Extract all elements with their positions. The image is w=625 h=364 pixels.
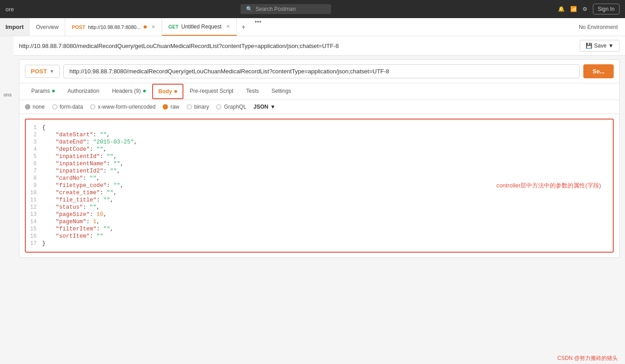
search-icon: 🔍 (246, 6, 253, 12)
code-line: 4 "deptCode": "", (26, 146, 613, 153)
sign-in-button[interactable]: Sign In (593, 4, 620, 14)
radio-urlencoded (90, 104, 96, 110)
tab-post-close[interactable]: ✕ (151, 24, 155, 30)
code-line: 11 "file_title": "", (26, 196, 613, 204)
radio-form-data (52, 104, 58, 110)
top-bar: ore 🔍 Search Postman 🔔 📶 ⚙ Sign In (0, 0, 625, 18)
option-none[interactable]: none (25, 104, 45, 110)
notifications-icon[interactable]: 🔔 (558, 6, 565, 12)
json-format-select[interactable]: JSON ▼ (254, 104, 276, 110)
params-dot (52, 90, 55, 92)
code-line: 2 "dateStart": "", (26, 131, 613, 139)
option-raw[interactable]: raw (163, 104, 179, 110)
option-urlencoded[interactable]: x-www-form-urlencoded (90, 104, 155, 110)
search-placeholder: Search Postman (255, 6, 296, 12)
code-line: 5 "inpatientId": "", (26, 153, 613, 160)
save-icon: 💾 (586, 43, 592, 49)
tab-get[interactable]: GET Untitled Request ✕ (162, 18, 237, 36)
app-name: ore (5, 6, 14, 13)
annotation-text: controller层中方法中的参数的属性(字段) (496, 182, 601, 190)
code-line: 15 "filterItem": "", (26, 225, 613, 233)
tab-add-button[interactable]: + (237, 18, 250, 36)
code-line: 3 "dateEnd": "2015-03-25", (26, 139, 613, 146)
radio-none (25, 104, 30, 110)
code-line: 14 "pageNum": 1, (26, 218, 613, 225)
code-line: 8 "cardNo": "", (26, 175, 613, 182)
code-line: 12 "status": "", (26, 204, 613, 211)
save-button[interactable]: 💾 Save ▼ (580, 40, 620, 52)
code-line: 7 "inpatientId2": "", (26, 168, 613, 175)
req-tab-settings[interactable]: Settings (265, 83, 297, 100)
method-select[interactable]: POST ▼ (25, 65, 60, 78)
option-form-data[interactable]: form-data (52, 104, 83, 110)
radio-binary (187, 104, 192, 110)
tab-overview-label: Overview (36, 24, 58, 30)
footer-text: CSDN @努力搬砖的猪头 (555, 353, 620, 364)
radio-raw (163, 104, 168, 110)
code-line: 10 "create_time": "", (26, 189, 613, 196)
tab-post-dot (144, 25, 147, 29)
req-tab-tests[interactable]: Tests (240, 83, 265, 100)
option-graphql[interactable]: GraphQL (216, 104, 246, 110)
save-chevron-icon: ▼ (608, 43, 614, 49)
no-env-label: No Environment (579, 24, 618, 30)
body-options: none form-data x-www-form-urlencoded raw… (19, 100, 619, 114)
tab-get-label: Untitled Request (181, 24, 221, 30)
code-line: 17} (26, 240, 613, 247)
radio-graphql (216, 104, 221, 110)
left-hint-ons: ons (4, 92, 12, 97)
radio-icon[interactable]: 📶 (570, 6, 577, 12)
option-binary[interactable]: binary (187, 104, 209, 110)
code-line: 6 "inpatientName": "", (26, 160, 613, 168)
no-environment: No Environment (572, 18, 625, 36)
tab-more-button[interactable]: ••• (250, 18, 266, 36)
json-chevron-icon: ▼ (270, 104, 276, 110)
tab-get-method: GET (168, 24, 179, 29)
req-tab-pre-request[interactable]: Pre-request Script (183, 83, 240, 100)
search-bar[interactable]: 🔍 Search Postman (240, 4, 331, 14)
import-button[interactable]: Import (0, 18, 29, 36)
method-label: POST (31, 68, 47, 75)
code-line: 13 "pageSize": 10, (26, 211, 613, 218)
settings-icon[interactable]: ⚙ (582, 6, 587, 12)
tab-post-method: POST (72, 24, 85, 30)
method-chevron-icon: ▼ (49, 69, 54, 74)
req-tab-headers[interactable]: Headers (9) (106, 83, 152, 100)
tab-post-url: http://10.98.88.7:8080... (88, 24, 140, 30)
req-tab-body[interactable]: Body (152, 84, 183, 99)
request-panel: POST ▼ Se... Params Authorization Header… (19, 59, 620, 258)
url-display: http://10.98.88.7:8080/medicalRecordQuer… (19, 43, 580, 49)
req-tab-authorization[interactable]: Authorization (61, 83, 106, 100)
code-line: 16 "sortItem": "" (26, 233, 613, 240)
tab-bar: Import Overview POST http://10.98.88.7:8… (0, 18, 625, 36)
tab-get-close[interactable]: ✕ (226, 24, 230, 29)
headers-dot (143, 90, 146, 92)
req-tab-params[interactable]: Params (25, 83, 61, 100)
request-url-row: POST ▼ Se... (19, 60, 619, 83)
body-dot (174, 90, 177, 93)
request-tabs: Params Authorization Headers (9) Body Pr… (19, 83, 619, 100)
tab-overview[interactable]: Overview (29, 18, 65, 36)
url-bar-section: http://10.98.88.7:8080/medicalRecordQuer… (14, 36, 625, 56)
top-bar-right: 🔔 📶 ⚙ Sign In (558, 4, 620, 14)
url-input[interactable] (63, 64, 580, 78)
send-button[interactable]: Se... (583, 64, 614, 78)
tab-post[interactable]: POST http://10.98.88.7:8080... ✕ (65, 18, 162, 36)
code-line: 1{ (26, 124, 613, 131)
